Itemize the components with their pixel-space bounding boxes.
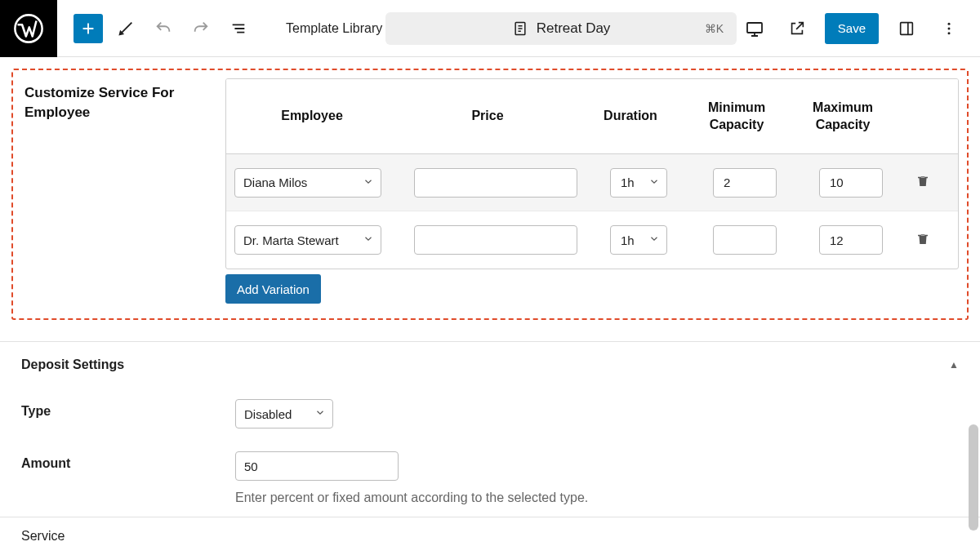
document-overview-button[interactable] [224,14,253,43]
toolbar-right-group: Save [740,13,980,44]
col-employee: Employee [226,108,398,125]
deposit-amount-input[interactable]: 50 [235,451,399,481]
delete-row-button[interactable] [915,174,930,191]
col-max-capacity: Maximum Capacity [790,100,896,134]
sidebar-toggle-icon[interactable] [892,14,921,43]
svg-point-6 [948,32,951,34]
price-input[interactable] [414,168,577,198]
service-row-label: Service [0,517,980,544]
delete-row-button[interactable] [915,232,930,249]
chevron-down-icon [648,175,660,189]
chevron-down-icon [648,233,660,247]
page-icon [512,20,528,37]
view-desktop-icon[interactable] [740,14,769,43]
undo-button[interactable] [149,14,178,43]
save-button[interactable]: Save [825,13,879,44]
type-label: Type [21,399,235,419]
employee-variation-table: Employee Price Duration Minimum Capacity… [225,78,959,269]
wordpress-logo[interactable] [0,0,57,57]
shortcut-hint: ⌘K [705,22,724,35]
max-capacity-input[interactable]: 10 [819,168,883,198]
svg-rect-3 [901,22,913,34]
toolbar-center: Retreat Day ⌘K [382,12,740,45]
deposit-panel-header[interactable]: Deposit Settings ▲ [0,342,980,388]
amount-hint: Enter percent or fixed amount according … [235,491,959,505]
deposit-settings-panel: Deposit Settings ▲ Type Disabled Amount … [0,341,980,544]
employee-select[interactable]: Diana Milos [234,168,381,198]
col-price: Price [398,108,577,125]
open-external-icon[interactable] [782,14,812,43]
duration-select[interactable]: 1h [610,225,667,255]
duration-select[interactable]: 1h [610,168,667,198]
table-row: Dr. Marta Stewart 1h 12 [226,211,958,269]
collapse-arrow-icon: ▲ [949,359,959,371]
more-options-icon[interactable] [934,14,964,43]
table-header-row: Employee Price Duration Minimum Capacity… [226,79,958,154]
deposit-panel-title: Deposit Settings [21,357,124,372]
max-capacity-input[interactable]: 12 [819,225,883,255]
redo-button[interactable] [186,14,216,43]
document-title: Retreat Day [537,20,611,37]
deposit-type-select[interactable]: Disabled [235,399,333,428]
min-capacity-input[interactable]: 2 [713,168,777,198]
chevron-down-icon [363,175,374,189]
edit-icon[interactable] [111,14,140,43]
col-min-capacity: Minimum Capacity [684,100,790,134]
command-bar[interactable]: Retreat Day ⌘K [385,12,737,45]
svg-point-5 [948,27,951,29]
add-block-button[interactable] [74,14,103,43]
template-library-label[interactable]: Template Library [286,21,382,36]
amount-label: Amount [21,451,235,471]
price-input[interactable] [414,225,577,255]
chevron-down-icon [314,407,326,421]
customize-service-section: Customize Service For Employee Employee … [11,69,969,320]
table-row: Diana Milos 1h 2 10 [226,154,958,211]
editor-topbar: Template Library Retreat Day ⌘K Save [0,0,980,57]
min-capacity-input[interactable] [713,225,777,255]
section-title: Customize Service For Employee [21,78,225,122]
vertical-scrollbar[interactable] [969,424,978,531]
chevron-down-icon [363,233,374,247]
svg-point-4 [948,22,951,24]
svg-rect-2 [747,23,762,33]
col-duration: Duration [577,108,684,125]
toolbar-left-group: Template Library [57,14,382,43]
employee-select[interactable]: Dr. Marta Stewart [234,225,381,255]
deposit-type-row: Type Disabled [0,388,980,440]
deposit-amount-row: Amount 50 Enter percent or fixed amount … [0,440,980,517]
add-variation-button[interactable]: Add Variation [225,274,321,304]
